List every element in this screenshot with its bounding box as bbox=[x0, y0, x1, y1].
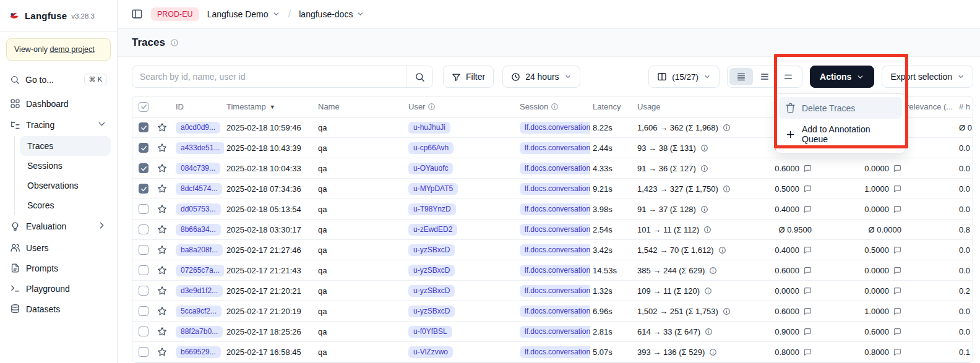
bookmark-star-icon[interactable] bbox=[155, 122, 173, 132]
trace-id-badge[interactable]: ba8a208f... bbox=[176, 244, 223, 256]
table-row[interactable]: 5cca9cf2...2025-02-17 21:20:19qau-yzSBxc… bbox=[132, 301, 973, 322]
row-height-relaxed-button[interactable] bbox=[776, 68, 800, 85]
session-badge[interactable]: lf.docs.conversation... bbox=[520, 224, 590, 236]
user-badge[interactable]: u-yzSBxcD bbox=[408, 285, 455, 297]
sidebar-toggle-icon[interactable] bbox=[131, 8, 143, 20]
sidebar-item-scores[interactable]: Scores bbox=[20, 195, 111, 215]
org-switcher[interactable]: Langfuse Demo bbox=[207, 9, 280, 19]
sidebar-item-playground[interactable]: Playground bbox=[6, 278, 111, 299]
session-badge[interactable]: lf.docs.conversation... bbox=[520, 265, 590, 276]
search-input[interactable] bbox=[132, 72, 406, 82]
user-badge[interactable]: u-T98YnzD bbox=[408, 203, 456, 215]
row-checkbox[interactable] bbox=[132, 143, 155, 153]
user-badge[interactable]: u-yzSBxcD bbox=[408, 265, 455, 276]
user-badge[interactable]: u-MYpDAT5 bbox=[408, 183, 458, 195]
user-badge[interactable]: u-yzSBxcD bbox=[408, 305, 455, 317]
trace-id-badge[interactable]: d3e9d1f2... bbox=[176, 285, 223, 297]
column-header[interactable]: Name bbox=[316, 102, 406, 111]
session-badge[interactable]: lf.docs.conversation... bbox=[520, 305, 590, 317]
menu-item-delete-traces[interactable]: Delete Traces bbox=[779, 97, 902, 119]
row-checkbox[interactable] bbox=[132, 286, 155, 296]
column-header[interactable]: Latency bbox=[590, 102, 635, 111]
sidebar-item-users[interactable]: Users bbox=[6, 237, 111, 258]
table-row[interactable]: 8dcf4574...2025-02-18 07:34:36qau-MYpDAT… bbox=[132, 179, 973, 199]
row-checkbox[interactable] bbox=[132, 204, 155, 214]
session-badge[interactable]: lf.docs.conversation... bbox=[520, 163, 590, 174]
column-header[interactable]: # h bbox=[956, 102, 973, 111]
trace-id-badge[interactable]: 084c739... bbox=[176, 163, 220, 174]
row-checkbox[interactable] bbox=[132, 347, 155, 357]
column-visibility-button[interactable]: (15/27) bbox=[648, 66, 720, 88]
trace-id-badge[interactable]: 8b66a34... bbox=[176, 224, 221, 236]
bookmark-star-icon[interactable] bbox=[155, 184, 173, 194]
table-row[interactable]: ba8a208f...2025-02-17 21:27:46qau-yzSBxc… bbox=[132, 240, 973, 260]
row-checkbox[interactable] bbox=[132, 245, 155, 255]
bookmark-star-icon[interactable] bbox=[155, 204, 173, 214]
actions-button[interactable]: Actions bbox=[810, 66, 874, 88]
row-height-compact-button[interactable] bbox=[729, 68, 753, 85]
table-row[interactable]: 88f2a7b0...2025-02-17 18:25:26qau-f0YfBS… bbox=[132, 322, 973, 342]
export-selection-button[interactable]: Export selection bbox=[882, 66, 973, 88]
time-range-button[interactable]: 24 hours bbox=[502, 66, 580, 88]
session-badge[interactable]: lf.docs.conversation... bbox=[520, 244, 590, 256]
table-row[interactable]: 07265c7a...2025-02-17 21:21:43qau-yzSBxc… bbox=[132, 260, 973, 281]
user-badge[interactable]: u-VlZzvwo bbox=[408, 346, 453, 358]
row-checkbox[interactable] bbox=[132, 122, 155, 132]
row-checkbox[interactable] bbox=[132, 224, 155, 234]
user-badge[interactable]: u-yzSBxcD bbox=[408, 244, 455, 256]
column-header[interactable]: Timestamp▼ bbox=[224, 102, 316, 111]
bookmark-star-icon[interactable] bbox=[155, 306, 173, 316]
session-badge[interactable]: lf.docs.conversation... bbox=[520, 326, 590, 338]
bookmark-star-icon[interactable] bbox=[155, 327, 173, 336]
row-checkbox[interactable] bbox=[132, 265, 155, 275]
sidebar-item-traces[interactable]: Traces bbox=[20, 136, 111, 156]
table-row[interactable]: b669529...2025-02-17 16:58:45qau-VlZzvwo… bbox=[132, 342, 973, 362]
sidebar-item-evaluation[interactable]: Evaluation bbox=[6, 215, 111, 237]
table-row[interactable]: d3e9d1f2...2025-02-17 21:20:21qau-yzSBxc… bbox=[132, 281, 973, 301]
bookmark-star-icon[interactable] bbox=[155, 347, 173, 357]
column-header[interactable]: ID bbox=[173, 102, 224, 111]
bookmark-star-icon[interactable] bbox=[155, 245, 173, 255]
user-badge[interactable]: u-zEwdED2 bbox=[408, 224, 457, 236]
select-all-checkbox[interactable] bbox=[132, 102, 155, 112]
session-badge[interactable]: lf.docs.conversation... bbox=[520, 285, 590, 297]
menu-item-add-to-annotation-queue[interactable]: Add to Annotation Queue bbox=[779, 119, 902, 150]
session-badge[interactable]: lf.docs.conversation... bbox=[520, 142, 590, 154]
user-badge[interactable]: u-cp66Avh bbox=[408, 142, 453, 154]
row-checkbox[interactable] bbox=[132, 327, 155, 336]
info-icon[interactable] bbox=[170, 38, 179, 47]
bookmark-star-icon[interactable] bbox=[155, 163, 173, 173]
trace-id-badge[interactable]: 07265c7a... bbox=[176, 265, 224, 276]
bookmark-star-icon[interactable] bbox=[155, 224, 173, 234]
trace-id-badge[interactable]: 5cca9cf2... bbox=[176, 305, 221, 317]
column-header[interactable]: User bbox=[406, 102, 517, 111]
user-badge[interactable]: u-huJhuJi bbox=[408, 122, 450, 134]
row-checkbox[interactable] bbox=[132, 184, 155, 194]
row-checkbox[interactable] bbox=[132, 163, 155, 173]
user-badge[interactable]: u-OYauofc bbox=[408, 163, 453, 174]
trace-id-badge[interactable]: dd05753... bbox=[176, 203, 221, 215]
trace-id-badge[interactable]: 88f2a7b0... bbox=[176, 326, 223, 338]
table-row[interactable]: dd05753...2025-02-18 05:13:54qau-T98YnzD… bbox=[132, 199, 973, 220]
trace-id-badge[interactable]: a0cd0d9... bbox=[176, 122, 220, 134]
sidebar-item-dashboard[interactable]: Dashboard bbox=[6, 93, 111, 114]
row-height-medium-button[interactable] bbox=[753, 68, 776, 85]
trace-id-badge[interactable]: a433de51... bbox=[176, 142, 224, 154]
session-badge[interactable]: lf.docs.conversation... bbox=[520, 346, 590, 358]
bookmark-star-icon[interactable] bbox=[155, 265, 173, 275]
session-badge[interactable]: lf.docs.conversation... bbox=[520, 183, 590, 195]
sidebar-item-datasets[interactable]: Datasets bbox=[6, 299, 111, 319]
demo-project-link[interactable]: demo project bbox=[49, 45, 94, 54]
search-submit-button[interactable] bbox=[406, 66, 432, 87]
table-row[interactable]: 084c739...2025-02-18 10:04:33qau-OYauofc… bbox=[132, 158, 973, 179]
row-checkbox[interactable] bbox=[132, 306, 155, 316]
bookmark-star-icon[interactable] bbox=[155, 143, 173, 153]
trace-id-badge[interactable]: 8dcf4574... bbox=[176, 183, 222, 195]
goto-search[interactable]: Go to... ⌘ K bbox=[6, 69, 111, 90]
column-header[interactable]: Session bbox=[517, 102, 590, 111]
sidebar-item-observations[interactable]: Observations bbox=[20, 176, 111, 195]
column-header[interactable]: relevance (... bbox=[904, 102, 956, 111]
sidebar-item-sessions[interactable]: Sessions bbox=[20, 156, 111, 176]
filter-button[interactable]: Filter bbox=[443, 66, 494, 88]
sidebar-item-tracing[interactable]: Tracing bbox=[6, 114, 111, 136]
